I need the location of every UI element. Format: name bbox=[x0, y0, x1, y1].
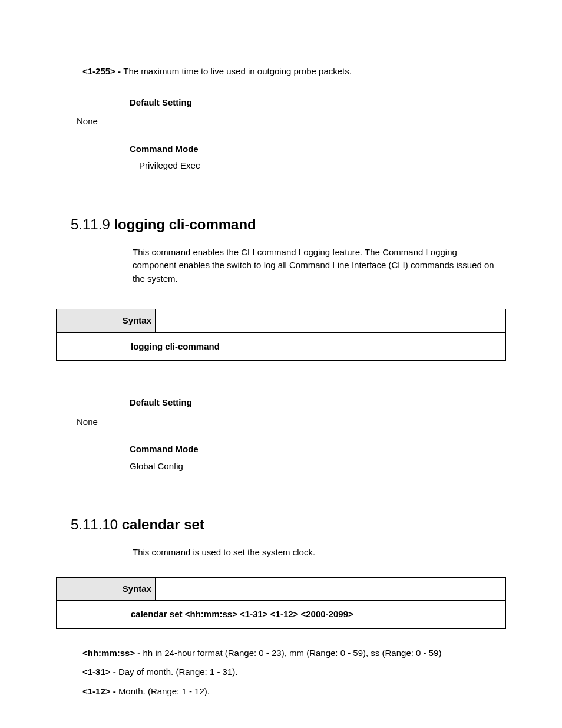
command-mode-label: Command Mode bbox=[130, 143, 515, 156]
section-number: 5.11.10 bbox=[71, 516, 118, 532]
section-title: logging cli-command bbox=[114, 216, 256, 232]
syntax-header-row: Syntax bbox=[57, 309, 505, 333]
syntax-header-spacer bbox=[156, 309, 505, 333]
section-description: This command is used to set the system c… bbox=[133, 546, 503, 559]
command-mode-value: Privileged Exec bbox=[139, 159, 515, 173]
param-key: <1-255> - bbox=[82, 66, 123, 76]
param-text: hh in 24-hour format (Range: 0 - 23), mm… bbox=[143, 648, 442, 658]
default-setting-value: None bbox=[77, 115, 515, 129]
syntax-header-row: Syntax bbox=[57, 578, 505, 601]
default-setting-value: None bbox=[77, 416, 515, 429]
param-line: <1-255> - The maximum time to live used … bbox=[82, 65, 515, 78]
section-description: This command enables the CLI command Log… bbox=[133, 246, 503, 286]
param-key: <hh:mm:ss> - bbox=[82, 648, 143, 658]
syntax-header-spacer bbox=[156, 578, 505, 601]
param-line: <1-12> - Month. (Range: 1 - 12). bbox=[82, 685, 515, 699]
param-text: Month. (Range: 1 - 12). bbox=[118, 686, 210, 696]
page-content: <1-255> - The maximum time to live used … bbox=[0, 0, 562, 728]
syntax-box: Syntax logging cli-command bbox=[56, 309, 506, 361]
command-mode-value: Global Config bbox=[130, 460, 515, 473]
param-key: <1-31> - bbox=[82, 667, 118, 677]
syntax-label: Syntax bbox=[57, 309, 156, 333]
param-key: <1-12> - bbox=[82, 686, 118, 696]
command-mode-label: Command Mode bbox=[130, 443, 515, 456]
param-text: The maximum time to live used in outgoin… bbox=[123, 66, 352, 76]
section-heading-calendar: 5.11.10 calendar set bbox=[71, 514, 515, 535]
param-line: <1-31> - Day of month. (Range: 1 - 31). bbox=[82, 666, 515, 679]
section-heading-logging: 5.11.9 logging cli-command bbox=[71, 214, 515, 235]
section-number: 5.11.9 bbox=[71, 216, 110, 232]
param-text: Day of month. (Range: 1 - 31). bbox=[118, 667, 238, 677]
default-setting-label: Default Setting bbox=[130, 96, 515, 110]
syntax-box: Syntax calendar set <hh:mm:ss> <1-31> <1… bbox=[56, 577, 506, 629]
default-setting-label: Default Setting bbox=[130, 396, 515, 410]
syntax-label: Syntax bbox=[57, 578, 156, 601]
section-title: calendar set bbox=[122, 516, 204, 532]
param-line: <hh:mm:ss> - hh in 24-hour format (Range… bbox=[82, 647, 515, 660]
syntax-body: logging cli-command bbox=[57, 333, 505, 361]
syntax-body: calendar set <hh:mm:ss> <1-31> <1-12> <2… bbox=[57, 601, 505, 628]
